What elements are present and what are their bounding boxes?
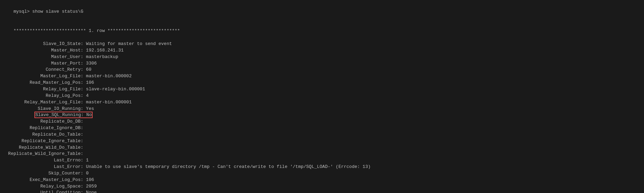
replicate-wild-ignore-table-line: Replicate_Wild_Ignore_Table: [3, 151, 641, 157]
relay-log-file-line: Relay_Log_File: slave-relay-bin.000001 [3, 86, 641, 93]
slave-sql-running-line: Slave_SQL_Running: No [3, 112, 641, 118]
row-separator: *************************** 1. row *****… [13, 28, 180, 33]
skip-counter-line: Skip_Counter: 0 [3, 170, 641, 177]
read-master-log-pos-line: Read_Master_Log_Pos: 106 [3, 80, 641, 86]
master-port-line: Master_Port: 3306 [3, 60, 641, 67]
last-errno-line: Last_Errno: 1 [3, 157, 641, 164]
master-host-line: Master_Host: 192.168.241.31 [3, 47, 641, 54]
master-log-file-line: Master_Log_File: master-bin.000002 [3, 73, 641, 80]
separator-line: *************************** 1. row *****… [3, 22, 641, 41]
slave-io-running-line: Slave_IO_Running: Yes [3, 106, 641, 112]
relay-master-log-file-line: Relay_Master_Log_File: master-bin.000001 [3, 99, 641, 106]
prompt-line: mysql> show slave status\G [3, 2, 641, 22]
replicate-do-table-line: Replicate_Do_Table: [3, 132, 641, 138]
mysql-prompt: mysql> show slave status\G [13, 9, 83, 14]
relay-log-pos-line: Relay_Log_Pos: 4 [3, 93, 641, 99]
terminal-window: mysql> show slave status\G *************… [0, 0, 644, 193]
slave-sql-running-highlight: Slave_SQL_Running: No [35, 112, 92, 117]
replicate-wild-do-table-line: Replicate_Wild_Do_Table: [3, 145, 641, 151]
slave-io-state-line: Slave_IO_State: Waiting for master to se… [3, 41, 641, 47]
master-user-line: Master_User: masterbackup [3, 54, 641, 60]
replicate-do-db-line: Replicate_Do_DB: [3, 118, 641, 125]
replicate-ignore-db-line: Replicate_Ignore_DB: [3, 125, 641, 132]
connect-retry-line: Connect_Retry: 60 [3, 67, 641, 73]
replicate-ignore-table-line: Replicate_Ignore_Table: [3, 138, 641, 145]
exec-master-log-pos-line: Exec_Master_Log_Pos: 106 [3, 177, 641, 183]
until-condition-line: Until_Condition: None [3, 190, 641, 193]
last-error-line: Last_Error: Unable to use slave's tempor… [3, 164, 641, 170]
relay-log-space-line: Relay_Log_Space: 2059 [3, 183, 641, 190]
